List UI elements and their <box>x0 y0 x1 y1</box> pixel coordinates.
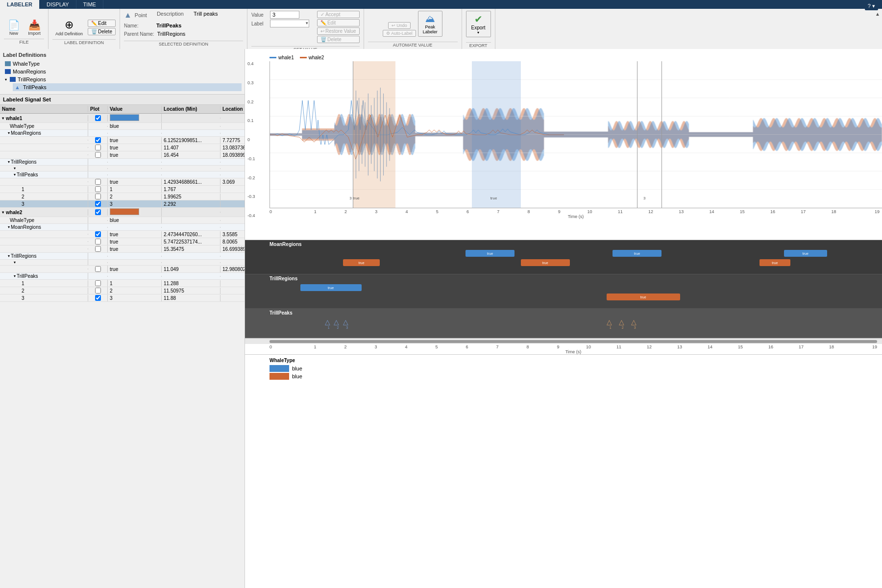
region-label-1: 3 true <box>349 196 359 200</box>
tp2-2-checkbox[interactable] <box>95 288 101 294</box>
tp2-3-value: 3 <box>108 295 162 301</box>
moan2-3-locmin: 15.35475 <box>162 246 220 252</box>
moanregions1-plot <box>88 133 108 134</box>
import-button[interactable]: 📥 Import <box>24 18 44 37</box>
moanregions1-expand[interactable]: ▾ <box>8 131 10 135</box>
tab-time[interactable]: TIME <box>76 0 103 9</box>
moan1-1-locmax: 7.72775 <box>220 137 245 144</box>
vline-3 <box>662 61 662 208</box>
help-button[interactable]: ? ▾ <box>865 2 878 10</box>
moan2-1-value: true <box>108 231 162 238</box>
whale1-plot-checkbox[interactable] <box>95 115 101 121</box>
trillregions-timeline: TrillRegions true true <box>245 274 882 309</box>
trill2-entry-value: true <box>108 266 162 272</box>
auto-label-button[interactable]: ⚙ Auto-Label <box>383 30 416 37</box>
moan-bar-o3: true <box>760 259 790 266</box>
tp2-1-name: 1 <box>0 280 88 287</box>
moanregions2-expand[interactable]: ▾ <box>8 225 10 229</box>
trillregions2-plot <box>88 256 108 257</box>
def-item-trillregions[interactable]: ▾ TrillRegions <box>3 75 242 83</box>
peak-labeler-button[interactable]: ⛰ PeakLabeler <box>418 11 442 37</box>
moan-bar-o1: true <box>343 259 380 266</box>
tp2-3-checkbox[interactable] <box>95 295 101 301</box>
tab-display[interactable]: DISPLAY <box>40 0 76 9</box>
def-item-trillpeaks[interactable]: ▲ TrillPeaks <box>13 83 242 91</box>
value-input[interactable] <box>270 11 299 19</box>
whale2-plot-checkbox[interactable] <box>95 209 101 215</box>
table-row-moanregions2: ▾ MoanRegions <box>0 224 245 231</box>
trillregions2-name: ▾ TrillRegions <box>0 253 88 259</box>
label-input[interactable] <box>270 20 309 27</box>
edit-button[interactable]: ✏️ Edit <box>88 20 116 27</box>
tab-labeler[interactable]: LABELER <box>0 0 40 9</box>
moan2-1-checkbox[interactable] <box>95 231 101 237</box>
file-group-label: FILE <box>4 39 44 45</box>
tp2-1-checkbox[interactable] <box>95 280 101 286</box>
add-definition-icon: ⊕ <box>65 19 74 31</box>
import-label: Import <box>28 31 41 36</box>
col-locmax: Location (Max) <box>220 106 245 112</box>
whale2-expand[interactable]: ▾ <box>2 210 4 215</box>
delete-labeldef-button[interactable]: 🗑️ Delete <box>88 28 116 35</box>
whale1-locmax <box>220 118 245 119</box>
trillpeaks1-expand[interactable]: ▾ <box>14 172 16 177</box>
whaletype-row-1: blue <box>270 365 882 372</box>
table-row-moanregions1: ▾ MoanRegions <box>0 130 245 137</box>
whaletype2-name: WhaleType <box>0 217 88 223</box>
region-blue-1 <box>472 61 521 208</box>
restore-icon: ↩ <box>320 28 324 34</box>
delete-labeldef-icon: 🗑️ <box>91 29 97 34</box>
tp1-2-checkbox[interactable] <box>95 194 101 199</box>
trill1-sub-expand[interactable]: ▾ <box>14 166 16 171</box>
tp1-r1-checkbox[interactable] <box>95 179 101 185</box>
trillpeaks-timeline-label: TrillPeaks <box>270 310 882 316</box>
new-button[interactable]: 📄 New <box>4 18 24 37</box>
edit-value-button[interactable]: ✏️ Edit <box>317 19 360 26</box>
waveform-chart: whale1 whale2 0.40.30.20.10-0.1-0.2-0.3-… <box>245 49 882 240</box>
tp1-1-value: 1 <box>108 186 162 193</box>
export-button[interactable]: ✔ Export ▾ <box>466 11 491 37</box>
scrollbar-thumb[interactable] <box>270 340 877 343</box>
delete-value-button[interactable]: 🗑️ Delete <box>317 36 360 43</box>
accept-button[interactable]: ✓ Accept <box>317 11 360 18</box>
trillregions2-expand[interactable]: ▾ <box>8 254 10 258</box>
whale1-expand[interactable]: ▾ <box>2 116 4 121</box>
tp1-1-checkbox[interactable] <box>95 186 101 192</box>
moan2-2-value: true <box>108 239 162 245</box>
trill2-entry-checkbox[interactable] <box>95 266 101 272</box>
scrollbar-area[interactable] <box>245 338 882 344</box>
trillpeaks2-expand[interactable]: ▾ <box>14 274 16 278</box>
whale1-locmin <box>162 118 220 119</box>
trill2-sub-locmax <box>220 262 245 263</box>
whale2-name: ▾ whale2 <box>0 209 88 216</box>
ribbon-collapse[interactable]: ▲ <box>873 9 882 54</box>
add-definition-button[interactable]: ⊕ Add Definition <box>52 18 86 37</box>
tp1-3-name: 3 <box>0 201 88 207</box>
table-row-tp1-2: 2 2 1.99625 <box>0 193 245 200</box>
def-item-moanregions[interactable]: MoanRegions <box>3 68 242 75</box>
restore-button[interactable]: ↩ Restore Value <box>317 27 360 35</box>
moan1-2-checkbox[interactable] <box>95 145 101 150</box>
accept-icon: ✓ <box>320 12 324 17</box>
tp1-r1-name <box>0 181 88 182</box>
moan1-1-checkbox[interactable] <box>95 137 101 143</box>
moan2-3-checkbox[interactable] <box>95 246 101 252</box>
edit-label: Edit <box>98 21 106 26</box>
label-definitions-title: Label Definitions <box>3 52 242 58</box>
undo-button[interactable]: ↩ Undo <box>388 22 411 29</box>
moan1-3-checkbox[interactable] <box>95 152 101 158</box>
trillregions1-expand[interactable]: ▾ <box>8 160 10 164</box>
moan2-2-checkbox[interactable] <box>95 239 101 245</box>
tp1-2-locmax <box>220 196 245 197</box>
table-row-tp1-1: 1 1 1.767 <box>0 186 245 193</box>
col-name: Name <box>0 106 88 112</box>
tp1-3-checkbox[interactable] <box>95 201 101 207</box>
whaletype-legend-title: WhaleType <box>270 358 882 363</box>
trillpeaks2-value <box>108 276 162 277</box>
trill-bar-o1: true <box>607 294 680 300</box>
trillpeaks1-name: ▾ TrillPeaks <box>0 172 88 178</box>
moan1-3-locmin: 16.454 <box>162 152 220 158</box>
trill2-sub-expand[interactable]: ▾ <box>14 260 16 265</box>
moanregions1-locmax <box>220 133 245 134</box>
def-item-whaletype[interactable]: WhaleType <box>3 60 242 68</box>
